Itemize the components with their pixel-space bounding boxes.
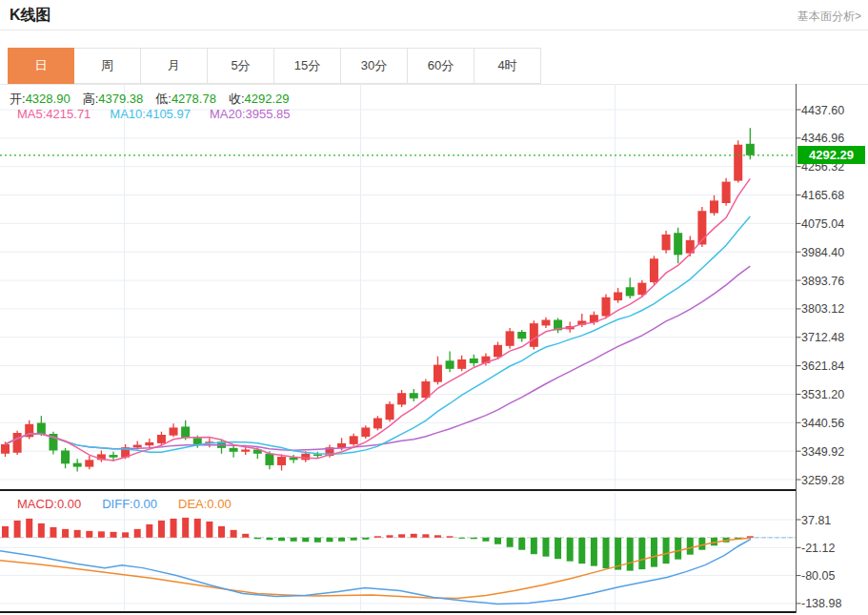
macd-histogram-bar	[675, 538, 681, 560]
info-value: 0.00	[133, 497, 157, 511]
y-axis-label: 4075.04	[801, 217, 844, 231]
candle-body	[361, 427, 370, 437]
info-item: 收:4292.29	[229, 92, 302, 106]
macd-histogram-bar	[434, 535, 441, 537]
macd-histogram-bar	[26, 519, 32, 538]
candle-body	[170, 427, 178, 435]
macd-histogram-bar	[110, 532, 116, 538]
info-label: MA20:	[210, 107, 246, 121]
candle-body	[13, 433, 22, 453]
macd-histogram-bar	[362, 538, 369, 540]
candle-body	[350, 436, 358, 444]
y-axis-label: 4165.68	[801, 189, 844, 202]
macd-histogram-bar	[158, 521, 165, 538]
y-axis-label: -80.05	[801, 569, 835, 583]
info-label: 开:	[10, 92, 26, 106]
info-label: DEA:	[178, 497, 207, 511]
candle-body	[373, 419, 382, 429]
ma-row: MA5:4215.71MA10:4105.97MA20:3955.85	[17, 107, 310, 121]
macd-row: MACD:0.00DIFF:0.00DEA:0.00	[17, 497, 252, 511]
macd-histogram-bar	[663, 538, 670, 564]
main-macd-separator	[0, 489, 797, 491]
macd-histogram-bar	[14, 521, 21, 538]
info-item: 高:4379.38	[83, 92, 156, 106]
y-axis-label: 3621.84	[801, 359, 844, 373]
page-title: K线图	[10, 6, 51, 26]
candle-body	[470, 359, 478, 363]
info-value: 4215.71	[46, 107, 91, 121]
candle-body	[494, 345, 502, 358]
info-item: DIFF:0.00	[102, 497, 157, 511]
info-item: MA10:4105.97	[110, 107, 191, 121]
macd-histogram-bar	[374, 536, 381, 537]
candle-body	[674, 233, 682, 255]
candle-body	[517, 332, 526, 338]
candle-body	[277, 457, 286, 465]
macd-histogram-bar	[38, 523, 45, 538]
y-axis-label: 4346.96	[801, 132, 844, 145]
tab-period-7[interactable]: 4时	[474, 48, 541, 84]
macd-histogram-bar	[302, 538, 309, 542]
macd-histogram-bar	[122, 532, 129, 537]
tab-period-2[interactable]: 月	[141, 48, 208, 84]
macd-histogram-bar	[291, 538, 297, 542]
tab-period-6[interactable]: 60分	[408, 48, 474, 84]
y-axis-label: -138.98	[801, 597, 841, 610]
y-axis-label: 3893.76	[801, 275, 844, 288]
candle-body	[313, 454, 322, 456]
macd-histogram-bar	[555, 538, 561, 559]
fundamental-analysis-link[interactable]: 基本面分析>	[797, 9, 861, 25]
macd-histogram-bar	[50, 527, 56, 538]
info-value: 4292.29	[245, 92, 290, 106]
candle-body	[301, 454, 310, 461]
candle-body	[410, 393, 418, 399]
y-axis-label: -21.12	[801, 542, 835, 555]
candle-body	[1, 444, 10, 454]
ohlc-row: 开:4328.90高:4379.38低:4278.78收:4292.29	[10, 91, 302, 108]
macd-histogram-bar	[254, 538, 261, 539]
macd-histogram-bar	[482, 538, 489, 542]
candle-body	[61, 450, 70, 463]
candle-body	[37, 422, 46, 434]
candle-body	[109, 455, 117, 458]
macd-histogram-bar	[2, 526, 9, 538]
candle-body	[265, 454, 273, 465]
tab-period-4[interactable]: 15分	[274, 48, 341, 84]
y-axis-label: 3803.12	[801, 302, 844, 316]
y-axis-label: 3531.20	[801, 388, 844, 401]
page-header: K线图 基本面分析>	[0, 0, 868, 31]
tab-period-3[interactable]: 5分	[208, 48, 274, 84]
candle-body	[626, 287, 635, 296]
macd-histogram-bar	[471, 538, 477, 539]
tab-period-1[interactable]: 周	[74, 48, 141, 84]
tab-period-5[interactable]: 30分	[341, 48, 408, 84]
macd-histogram-bar	[326, 538, 333, 542]
info-item: MACD:0.00	[17, 497, 81, 511]
info-label: 低:	[155, 92, 172, 106]
macd-histogram-bar	[74, 530, 81, 538]
macd-histogram-bar	[747, 536, 754, 537]
macd-histogram-bar	[422, 534, 429, 537]
macd-histogram-bar	[338, 538, 345, 542]
info-value: 4105.97	[146, 107, 191, 121]
macd-histogram-bar	[266, 538, 273, 540]
candle-body	[157, 435, 166, 443]
macd-histogram-bar	[627, 538, 634, 571]
info-item: 低:4278.78	[155, 92, 229, 106]
y-axis-label: 37.81	[801, 514, 831, 527]
macd-histogram-bar	[231, 530, 237, 538]
candle-body	[421, 381, 430, 398]
info-value: 0.00	[57, 497, 81, 511]
candle-body	[397, 393, 406, 404]
info-value: 0.00	[207, 497, 231, 511]
candle-body	[710, 200, 718, 213]
y-axis-label: 3259.28	[801, 474, 844, 487]
tab-period-0[interactable]: 日	[8, 48, 74, 84]
macd-histogram-bar	[638, 538, 645, 569]
candle-body	[145, 442, 153, 445]
info-item: DEA:0.00	[178, 497, 232, 511]
candle-body	[446, 360, 454, 369]
candle-body	[181, 426, 190, 438]
info-item: 开:4328.90	[10, 92, 83, 106]
macd-histogram-bar	[651, 538, 657, 567]
